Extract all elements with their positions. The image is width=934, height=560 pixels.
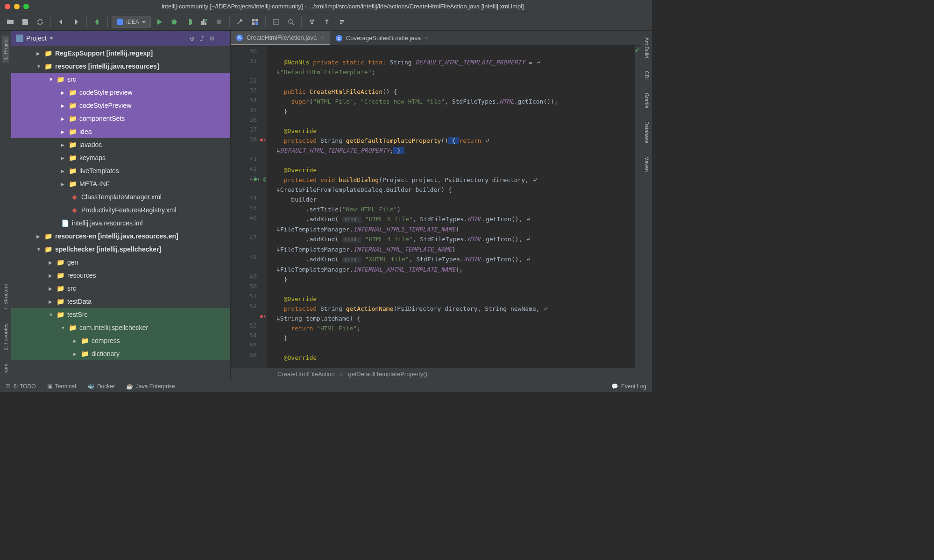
- tree-node-codestyle-preview[interactable]: ▶📁codeStyle.preview: [11, 86, 230, 99]
- title-bar: intellij-community [~/IDEAProjects/intel…: [0, 0, 652, 13]
- svg-point-9: [289, 20, 292, 23]
- hide-panel-icon[interactable]: —: [219, 35, 226, 42]
- breadcrumb-separator: ›: [340, 371, 342, 378]
- window-title: intellij-community [~/IDEAProjects/intel…: [38, 3, 647, 10]
- coverage-icon[interactable]: [183, 15, 196, 28]
- svg-rect-3: [217, 20, 221, 24]
- collapse-all-icon[interactable]: ⇵: [199, 35, 205, 42]
- run-icon[interactable]: [153, 15, 166, 28]
- java-ee-tool-button[interactable]: ☕Java Enterprise: [126, 383, 175, 390]
- editor-breadcrumb[interactable]: CreateHtmlFileAction › getDefaultTemplat…: [231, 368, 641, 380]
- back-icon[interactable]: [55, 15, 68, 28]
- debug-icon[interactable]: [168, 15, 181, 28]
- sync-icon[interactable]: [34, 15, 47, 28]
- search-icon[interactable]: [284, 15, 297, 28]
- event-log-button[interactable]: 💬Event Log: [611, 383, 646, 390]
- tree-node-spellchecker[interactable]: ▼📁spellchecker [intellij.spellchecker]: [11, 243, 230, 256]
- gradle-tool-button[interactable]: Gradle: [644, 91, 650, 110]
- status-bar: ☰6: TODO ▣Terminal 🐳Docker ☕Java Enterpr…: [0, 380, 652, 392]
- forward-icon[interactable]: [70, 15, 83, 28]
- tree-node-gen[interactable]: ▶📁gen: [11, 256, 230, 269]
- tree-node-pkg[interactable]: ▼📁com.intellij.spellchecker: [11, 321, 230, 334]
- project-panel-title: Project: [26, 35, 47, 42]
- vcs-update-icon[interactable]: [320, 15, 333, 28]
- svg-rect-6: [252, 22, 255, 25]
- build-icon[interactable]: [91, 15, 104, 28]
- main-toolbar: IDEA: [0, 13, 652, 31]
- project-panel-header: Project ⊕ ⇵ ⚙ —: [11, 31, 230, 46]
- tree-node-componentsets[interactable]: ▶📁componentSets: [11, 112, 230, 125]
- tree-node-compress[interactable]: ▶📁compress: [11, 334, 230, 347]
- svg-rect-0: [117, 19, 123, 25]
- structure-tool-button[interactable]: 7: Structure: [3, 282, 8, 312]
- maven-tool-button[interactable]: Maven: [644, 154, 650, 174]
- vcs-commit-icon[interactable]: [335, 15, 348, 28]
- database-tool-button[interactable]: Database: [644, 119, 650, 145]
- svg-rect-5: [255, 19, 258, 21]
- tree-node-codestylepreview[interactable]: ▶📁codeStylePreview: [11, 99, 230, 112]
- close-tab-icon[interactable]: ×: [320, 34, 324, 41]
- close-tab-icon[interactable]: ×: [425, 35, 428, 42]
- tree-node-src[interactable]: ▼📁src: [11, 73, 230, 86]
- favorites-tool-button[interactable]: 2: Favorites: [3, 322, 8, 352]
- tree-node-classtemplatemanager[interactable]: ◆ClassTemplateManager.xml: [11, 190, 230, 203]
- java-class-icon: C: [336, 35, 342, 42]
- tree-node-keymaps[interactable]: ▶📁keymaps: [11, 151, 230, 164]
- run-config-label: IDEA: [126, 19, 139, 25]
- tree-node-resources2[interactable]: ▶📁resources: [11, 269, 230, 282]
- main-area: 1: Project 7: Structure 2: Favorites npm…: [0, 31, 652, 380]
- tree-node-idea[interactable]: ▶📁idea: [11, 125, 230, 138]
- tree-node-testdata[interactable]: ▶📁testData: [11, 295, 230, 308]
- docker-tool-button[interactable]: 🐳Docker: [87, 383, 115, 390]
- run-configuration-selector[interactable]: IDEA: [112, 16, 151, 28]
- maximize-window-button[interactable]: [23, 4, 29, 9]
- tree-node-src2[interactable]: ▶📁src: [11, 282, 230, 295]
- npm-tool-button[interactable]: npm: [3, 362, 8, 375]
- tab-label: CoverageSuitesBundle.java: [346, 35, 421, 42]
- left-tool-gutter: 1: Project 7: Structure 2: Favorites npm: [0, 31, 11, 380]
- todo-tool-button[interactable]: ☰6: TODO: [6, 383, 36, 390]
- project-tree[interactable]: ▶📁RegExpSupport [intellij.regexp] ▼📁reso…: [11, 46, 230, 380]
- tree-node-iml[interactable]: 📄intellij.java.resources.iml: [11, 217, 230, 230]
- stop-icon[interactable]: [212, 15, 226, 28]
- editor-body[interactable]: 303132333435363738●↑414243●↑ @4445464748…: [231, 46, 641, 368]
- right-tool-gutter: Ant Build CDI Gradle Database Maven: [641, 31, 652, 380]
- breadcrumb-class[interactable]: CreateHtmlFileAction: [277, 371, 335, 378]
- tree-node-testsrc[interactable]: ▼📁testSrc: [11, 308, 230, 321]
- chevron-down-icon[interactable]: [50, 36, 53, 40]
- open-file-icon[interactable]: [4, 15, 17, 28]
- cdi-tool-button[interactable]: CDI: [644, 69, 650, 82]
- project-panel: Project ⊕ ⇵ ⚙ — ▶📁RegExpSupport [intelli…: [11, 31, 231, 380]
- terminal-tool-button[interactable]: ▣Terminal: [47, 383, 76, 390]
- close-window-button[interactable]: [5, 4, 10, 9]
- java-class-icon: C: [236, 35, 243, 41]
- tree-node-resources[interactable]: ▼📁resources [intellij.java.resources]: [11, 60, 230, 73]
- profile-icon[interactable]: [198, 15, 211, 28]
- tree-node-javadoc[interactable]: ▶📁javadoc: [11, 138, 230, 151]
- run-anything-icon[interactable]: [269, 15, 283, 28]
- tree-node-dictionary[interactable]: ▶📁dictionary: [11, 347, 230, 360]
- ant-tool-button[interactable]: Ant Build: [644, 35, 650, 60]
- check-ok-icon: ✔: [635, 47, 640, 54]
- editor-scrollbar[interactable]: ✔: [635, 46, 641, 368]
- tree-node-metainf[interactable]: ▶📁META-INF: [11, 177, 230, 190]
- tree-node-productivity[interactable]: ◆ProductivityFeaturesRegistry.xml: [11, 203, 230, 217]
- tree-node-regexp[interactable]: ▶📁RegExpSupport [intellij.regexp]: [11, 47, 230, 60]
- wrench-icon[interactable]: [234, 15, 247, 28]
- project-tool-button[interactable]: 1: Project: [2, 35, 9, 63]
- vcs-icon[interactable]: [305, 15, 318, 28]
- svg-point-2: [205, 19, 207, 21]
- editor-tab-1[interactable]: C CreateHtmlFileAction.java ×: [231, 31, 330, 45]
- minimize-window-button[interactable]: [14, 4, 20, 9]
- gear-icon[interactable]: ⚙: [209, 35, 215, 42]
- tree-node-resources-en[interactable]: ▶📁resources-en [intellij.java.resources.…: [11, 230, 230, 243]
- save-icon[interactable]: [19, 15, 32, 28]
- tree-node-livetemplates[interactable]: ▶📁liveTemplates: [11, 164, 230, 177]
- breadcrumb-method[interactable]: getDefaultTemplateProperty(): [348, 371, 427, 378]
- code-content[interactable]: @NonNls private static final String DEFA…: [267, 46, 641, 368]
- project-structure-icon[interactable]: [248, 15, 262, 28]
- svg-rect-10: [16, 35, 23, 42]
- editor-tabs: C CreateHtmlFileAction.java × C Coverage…: [231, 31, 641, 46]
- locate-icon[interactable]: ⊕: [190, 35, 195, 42]
- editor-tab-2[interactable]: C CoverageSuitesBundle.java ×: [330, 31, 434, 45]
